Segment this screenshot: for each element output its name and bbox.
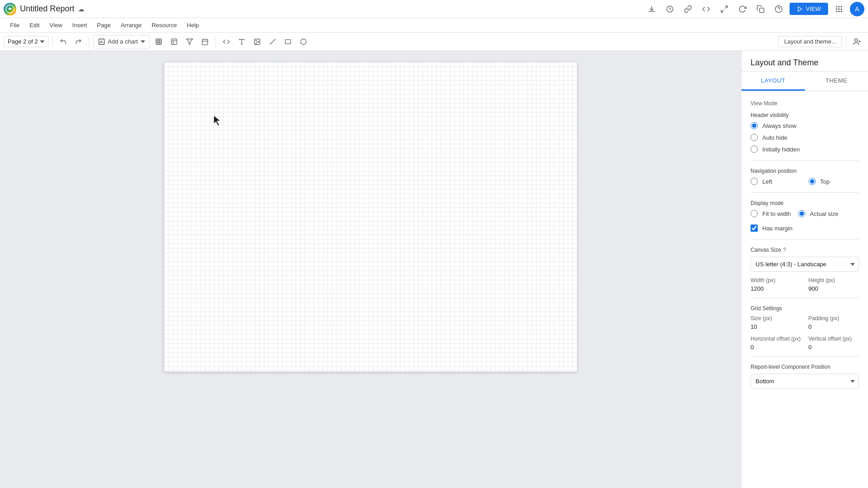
canvas-size-info-icon[interactable]: ?: [783, 247, 786, 253]
tab-layout[interactable]: LAYOUT: [741, 72, 805, 91]
avatar[interactable]: A: [850, 2, 864, 16]
apps-button[interactable]: [832, 2, 846, 16]
add-table-button[interactable]: [152, 35, 166, 49]
svg-rect-15: [836, 10, 837, 12]
grid-size-padding: Size (px) 10 Padding (px) 0: [751, 315, 859, 330]
svg-rect-16: [839, 10, 840, 12]
panel-title: Layout and Theme: [741, 51, 868, 72]
radio-fit-width-input[interactable]: [751, 210, 758, 217]
panel-tabs: LAYOUT THEME: [741, 72, 868, 91]
fullscreen-button[interactable]: [717, 2, 731, 16]
radio-nav-left[interactable]: Left: [751, 178, 801, 185]
embed-code-button[interactable]: [219, 35, 233, 49]
canvas[interactable]: [164, 62, 577, 372]
save-icon[interactable]: ☁: [78, 5, 84, 13]
toolbar-divider-2: [89, 36, 89, 47]
radio-auto-hide[interactable]: Auto hide: [751, 134, 859, 141]
menu-file[interactable]: File: [5, 20, 24, 30]
add-scorecard-button[interactable]: [167, 35, 181, 49]
v-offset-label: Vertical offset (px): [809, 336, 859, 342]
canvas-dimensions: Width (px) 1200 Height (px) 900: [751, 277, 859, 292]
image-button[interactable]: [250, 35, 264, 49]
svg-rect-27: [171, 39, 177, 44]
layout-theme-button[interactable]: Layout and theme...: [778, 36, 842, 47]
canvas-size-select[interactable]: US letter (4:3) - LandscapeUS letter (4:…: [751, 257, 859, 272]
undo-button[interactable]: [56, 35, 70, 49]
view-mode-label: View Mode: [751, 100, 859, 107]
svg-rect-12: [836, 8, 837, 10]
has-margin-checkbox[interactable]: [751, 224, 758, 232]
rectangle-button[interactable]: [281, 35, 295, 49]
refresh-button[interactable]: [735, 2, 750, 16]
radio-nav-left-input[interactable]: [751, 178, 758, 185]
svg-line-3: [725, 6, 727, 8]
radio-fit-width[interactable]: Fit to width: [751, 210, 791, 217]
share-report-button[interactable]: [850, 34, 864, 49]
header-visibility-group: Always show Auto hide Initially hidden: [751, 122, 859, 153]
report-title: Untitled Report: [20, 4, 74, 14]
line-button[interactable]: [266, 35, 279, 49]
circle-button[interactable]: [297, 35, 310, 49]
width-value: 1200: [751, 285, 801, 292]
svg-rect-22: [156, 39, 161, 44]
radio-always-show[interactable]: Always show: [751, 122, 859, 129]
svg-rect-13: [839, 8, 840, 10]
app-logo: [4, 3, 16, 15]
display-mode-group: Fit to width Actual size: [751, 210, 859, 217]
canvas-grid: [164, 62, 577, 371]
radio-initially-hidden[interactable]: Initially hidden: [751, 146, 859, 153]
menu-arrange[interactable]: Arrange: [116, 20, 146, 30]
view-button[interactable]: VIEW: [790, 3, 828, 15]
svg-point-1: [9, 8, 11, 10]
h-offset-value: 0: [751, 344, 801, 351]
toolbar-divider-3: [215, 36, 216, 47]
menu-help[interactable]: Help: [182, 20, 204, 30]
link-button[interactable]: [681, 2, 695, 16]
radio-nav-top[interactable]: Top: [809, 178, 859, 185]
svg-rect-5: [760, 8, 764, 12]
download-button[interactable]: [644, 2, 659, 16]
redo-button[interactable]: [72, 35, 85, 49]
menu-view[interactable]: View: [45, 20, 67, 30]
canvas-height-col: Height (px) 900: [809, 277, 859, 292]
add-date-range-button[interactable]: [198, 35, 212, 49]
canvas-area[interactable]: [0, 51, 741, 488]
svg-rect-31: [202, 39, 208, 44]
canvas-size-header: Canvas Size ?: [751, 247, 859, 253]
textbox-button[interactable]: [235, 35, 249, 49]
tab-theme[interactable]: THEME: [805, 72, 868, 91]
divider-1: [751, 160, 859, 161]
nav-position-label: Navigation position: [751, 168, 859, 174]
toolbar: Page 2 of 2 Add a chart Layou: [0, 33, 868, 51]
radio-actual-size-input[interactable]: [798, 210, 805, 217]
svg-rect-11: [841, 6, 842, 7]
menu-insert[interactable]: Insert: [68, 20, 92, 30]
report-level-select[interactable]: BottomTop: [751, 374, 859, 389]
add-filter-button[interactable]: [183, 35, 196, 49]
svg-rect-10: [839, 6, 840, 7]
divider-4: [751, 298, 859, 298]
display-mode-label: Display mode: [751, 200, 859, 206]
embed-button[interactable]: [699, 2, 713, 16]
menu-page[interactable]: Page: [93, 20, 115, 30]
menu-resource[interactable]: Resource: [147, 20, 181, 30]
height-value: 900: [809, 285, 859, 292]
page-selector[interactable]: Page 2 of 2: [4, 36, 49, 47]
report-level-label: Report-level Component Position: [751, 364, 859, 370]
svg-point-38: [256, 40, 257, 41]
radio-auto-hide-input[interactable]: [751, 134, 758, 141]
header-visibility-label: Header visibility: [751, 112, 859, 118]
radio-actual-size[interactable]: Actual size: [798, 210, 839, 217]
divider-5: [751, 356, 859, 356]
radio-initially-hidden-input[interactable]: [751, 146, 758, 153]
has-margin-row[interactable]: Has margin: [751, 224, 859, 232]
radio-nav-top-input[interactable]: [809, 178, 816, 185]
help-button[interactable]: [771, 2, 786, 16]
menu-edit[interactable]: Edit: [25, 20, 44, 30]
radio-always-show-input[interactable]: [751, 122, 758, 129]
duplicate-button[interactable]: [753, 2, 768, 16]
svg-rect-17: [841, 10, 842, 12]
add-chart-button[interactable]: Add a chart: [93, 35, 151, 49]
width-label: Width (px): [751, 277, 801, 283]
history-button[interactable]: [663, 2, 677, 16]
